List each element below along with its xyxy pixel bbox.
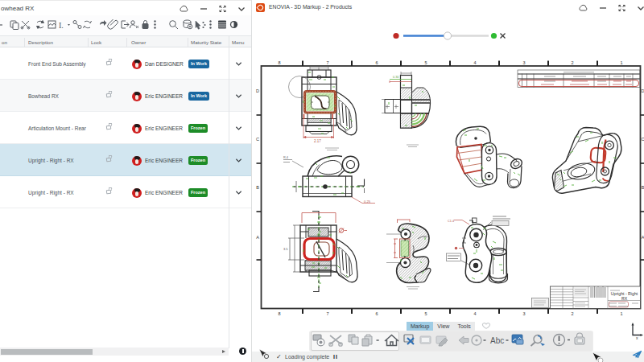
svg-text:4: 4	[473, 60, 476, 65]
svg-text:Abc: Abc	[490, 336, 504, 345]
svg-text:2: 2	[571, 311, 573, 316]
svg-text:1: 1	[620, 311, 622, 316]
svg-text:6: 6	[375, 311, 378, 316]
svg-text:3.5: 3.5	[283, 247, 288, 251]
svg-text:0.30: 0.30	[393, 76, 398, 79]
svg-text:5: 5	[424, 60, 427, 65]
svg-text:1: 1	[620, 60, 622, 65]
svg-text:RX: RX	[621, 296, 628, 301]
svg-text:C: C	[256, 137, 259, 142]
svg-text:5: 5	[424, 311, 427, 316]
svg-text:A: A	[256, 235, 259, 240]
svg-text:B: B	[256, 185, 259, 190]
svg-text:C: C	[642, 137, 644, 142]
svg-text:7: 7	[326, 60, 328, 65]
svg-text:3: 3	[522, 60, 525, 65]
svg-text:6: 6	[375, 60, 378, 65]
svg-text:A: A	[642, 235, 644, 240]
svg-text:B: B	[642, 185, 644, 190]
svg-text:R.4: R.4	[283, 156, 288, 159]
svg-text:3: 3	[522, 311, 525, 316]
svg-text:D: D	[642, 88, 644, 93]
svg-text:2.17: 2.17	[314, 139, 321, 143]
svg-text:0.25: 0.25	[364, 200, 371, 204]
svg-text:8: 8	[278, 60, 280, 65]
svg-text:C1.4: C1.4	[448, 220, 454, 223]
svg-text:2: 2	[571, 60, 573, 65]
svg-text:8: 8	[278, 311, 280, 316]
svg-text:7: 7	[326, 311, 328, 316]
svg-text:D: D	[256, 88, 259, 93]
svg-text:x: x	[636, 335, 638, 340]
svg-text:4: 4	[473, 311, 476, 316]
